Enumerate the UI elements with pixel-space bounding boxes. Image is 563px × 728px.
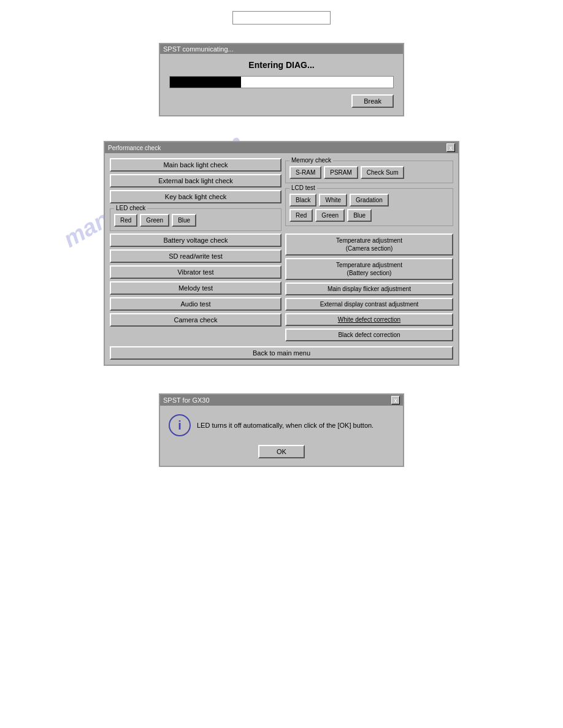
sram-button[interactable]: S-RAM (289, 166, 321, 179)
perf-mid-right-col: Temperature adjustment(Camera section) T… (285, 233, 453, 341)
lcd-test-group: LCD test Black White Gradation Red Green… (285, 188, 453, 226)
gx30-message-row: i LED turns it off automatically, when c… (169, 414, 394, 436)
perf-close-button[interactable]: x (446, 143, 455, 152)
sd-read-write-button[interactable]: SD read/write test (110, 249, 282, 263)
main-backlight-button[interactable]: Main back light check (110, 158, 282, 172)
lcd-black-button[interactable]: Black (289, 194, 316, 207)
temp-adj-camera-button[interactable]: Temperature adjustment(Camera section) (285, 233, 453, 256)
led-check-group: LED check Red Green Blue (110, 208, 282, 231)
spst-title-label: SPST communicating... (163, 45, 234, 53)
check-sum-button[interactable]: Check Sum (361, 166, 405, 179)
gx30-titlebar: SPST for GX30 x (160, 395, 403, 406)
lcd-test-row1: Black White Gradation (289, 194, 449, 207)
camera-button[interactable]: Camera check (110, 313, 282, 327)
battery-voltage-button[interactable]: Battery voltage check (110, 233, 282, 247)
ok-btn-row: OK (258, 445, 305, 458)
key-backlight-button[interactable]: Key back light check (110, 190, 282, 203)
performance-check-dialog: Performance check x Main back light chec… (104, 141, 459, 366)
lcd-test-row2: Red Green Blue (289, 209, 449, 222)
perf-title-label: Performance check (108, 145, 161, 151)
melody-button[interactable]: Melody test (110, 281, 282, 295)
external-display-contrast-button[interactable]: External display contrast adjustment (285, 298, 453, 311)
perf-dialog-body: Main back light check External back ligh… (105, 153, 458, 365)
led-check-title: LED check (114, 205, 147, 211)
led-green-button[interactable]: Green (140, 214, 169, 227)
lcd-test-title: LCD test (289, 184, 317, 191)
memory-check-title: Memory check (289, 157, 333, 164)
perf-mid-left-col: Battery voltage check SD read/write test… (110, 233, 282, 341)
break-button[interactable]: Break (351, 94, 394, 108)
white-defect-button[interactable]: White defect correction (285, 313, 453, 326)
spst-dialog-body: Entering DIAG... Break (160, 54, 403, 115)
black-defect-button[interactable]: Black defect correction (285, 328, 453, 341)
lcd-red-button[interactable]: Red (289, 209, 313, 222)
main-display-flicker-button[interactable]: Main display flicker adjustment (285, 282, 453, 295)
gx30-dialog: SPST for GX30 x i LED turns it off autom… (159, 393, 404, 467)
external-backlight-button[interactable]: External back light check (110, 174, 282, 188)
led-check-buttons: Red Green Blue (114, 214, 277, 227)
gx30-close-button[interactable]: x (391, 396, 400, 404)
gx30-dialog-body: i LED turns it off automatically, when c… (160, 406, 403, 466)
top-input-area (0, 0, 563, 25)
lcd-blue-button[interactable]: Blue (347, 209, 372, 222)
memory-check-group: Memory check S-RAM PSRAM Check Sum (285, 161, 453, 183)
vibrator-button[interactable]: Vibrator test (110, 265, 282, 279)
psram-button[interactable]: PSRAM (324, 166, 358, 179)
perf-dialog-wrapper: manualsarxiv.com Performance check x Mai… (0, 141, 563, 366)
back-to-main-button[interactable]: Back to main menu (110, 346, 453, 360)
info-icon: i (169, 414, 191, 436)
progress-bar-container (169, 76, 394, 88)
gx30-title-label: SPST for GX30 (163, 396, 210, 404)
audio-button[interactable]: Audio test (110, 297, 282, 311)
entering-diag-text: Entering DIAG... (169, 60, 394, 70)
break-btn-row: Break (169, 94, 394, 108)
perf-right-col: Memory check S-RAM PSRAM Check Sum LCD t… (285, 158, 453, 231)
perf-titlebar: Performance check x (105, 142, 458, 153)
perf-mid-row: Battery voltage check SD read/write test… (110, 233, 453, 341)
gx30-ok-button[interactable]: OK (258, 445, 305, 458)
temp-adj-battery-button[interactable]: Temperature adjustment(Battery section) (285, 258, 453, 280)
spst-dialog-wrapper: SPST communicating... Entering DIAG... B… (0, 43, 563, 116)
spst-titlebar: SPST communicating... (160, 44, 403, 54)
top-input[interactable] (232, 11, 331, 25)
gx30-dialog-wrapper: SPST for GX30 x i LED turns it off autom… (0, 393, 563, 467)
lcd-green-button[interactable]: Green (315, 209, 345, 222)
led-blue-button[interactable]: Blue (172, 214, 196, 227)
gx30-message-text: LED turns it off automatically, when cli… (197, 422, 373, 429)
lcd-gradation-button[interactable]: Gradation (350, 194, 389, 207)
perf-bottom: Back to main menu (110, 346, 453, 360)
spst-communicating-dialog: SPST communicating... Entering DIAG... B… (159, 43, 404, 116)
progress-bar-fill (170, 77, 241, 88)
lcd-white-button[interactable]: White (319, 194, 347, 207)
memory-check-buttons: S-RAM PSRAM Check Sum (289, 166, 449, 179)
perf-top-row: Main back light check External back ligh… (110, 158, 453, 231)
led-red-button[interactable]: Red (114, 214, 137, 227)
perf-left-col: Main back light check External back ligh… (110, 158, 282, 231)
